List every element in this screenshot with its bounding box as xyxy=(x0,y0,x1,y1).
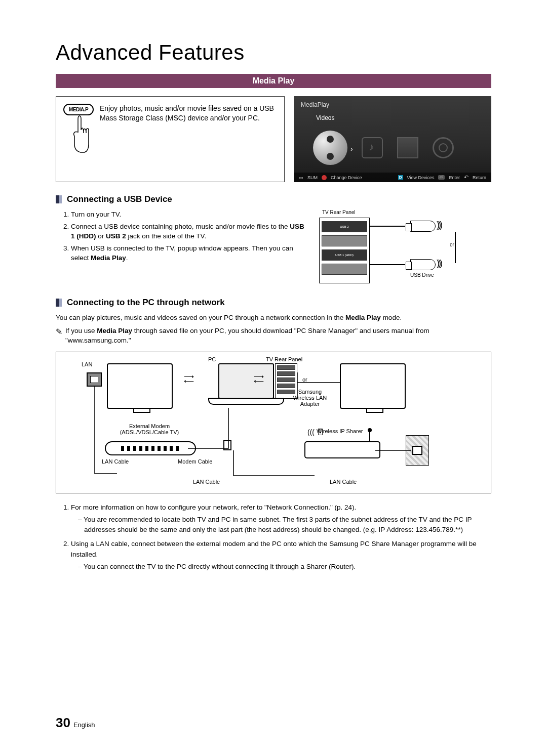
intro-panel: MEDIA.P Enjoy photos, music and/or movie… xyxy=(56,96,285,182)
usb-step-2: Connect a USB device containing photo, m… xyxy=(71,222,309,241)
intro-text: Enjoy photos, music and/or movie files s… xyxy=(100,104,277,175)
tv-rear-panel-label: TV Rear Panel xyxy=(322,209,356,215)
wlan-adapter-label: Samsung Wireless LAN Adapter xyxy=(292,389,328,407)
usb-step-1: Turn on your TV. xyxy=(71,209,309,220)
laptop-icon xyxy=(208,363,284,409)
tv-rear-label: TV Rear Panel xyxy=(266,356,302,362)
or-label: or xyxy=(302,376,307,383)
chevron-right-icon: › xyxy=(350,145,353,153)
mediap-button-label: MEDIA.P xyxy=(63,104,94,115)
usb-drive-label: USB Drive xyxy=(410,272,434,278)
subheading-usb: Connecting a USB Device xyxy=(56,194,491,204)
subheading-square-icon xyxy=(56,195,62,203)
lan-label: LAN xyxy=(82,361,92,367)
subheading-square-icon xyxy=(56,299,62,307)
two-way-arrow-icon: ⟶⟵ xyxy=(184,374,194,385)
subheading-pc-network: Connecting to the PC through network xyxy=(56,298,491,308)
music-icon xyxy=(362,137,383,158)
usb-connection-diagram: TV Rear Panel USB 2 USB 1 (HDD) ))) ))) … xyxy=(319,209,491,290)
tv-shape-2 xyxy=(340,363,406,409)
port-usb1-hdd: USB 1 (HDD) xyxy=(322,249,367,261)
pc-network-intro: You can play pictures, music and videos … xyxy=(56,313,491,323)
blue-d-button-icon: D xyxy=(398,175,403,180)
page-language: English xyxy=(73,721,95,729)
remote-button-illustration: MEDIA.P xyxy=(63,104,94,164)
network-note-1: For more information on how to configure… xyxy=(71,502,491,535)
note-pc-share-manager: ✎ If you use Media Play through saved fi… xyxy=(56,326,491,346)
signal-waves-icon: ))) xyxy=(437,220,441,230)
subheading-usb-text: Connecting a USB Device xyxy=(67,194,172,204)
footer-change-device: Change Device xyxy=(331,175,362,180)
port-usb2: USB 2 xyxy=(322,221,367,232)
usb-drive-icon-2 xyxy=(410,259,436,270)
tv-front-shape xyxy=(107,363,173,409)
photos-icon xyxy=(397,137,418,158)
lan-port-icon xyxy=(87,372,102,387)
wall-jack-icon xyxy=(406,435,429,466)
page-title: Advanced Features xyxy=(56,40,491,65)
footer-sum: SUM xyxy=(307,175,318,180)
footer-enter: Enter xyxy=(449,175,460,180)
lan-cable-label-2: LAN Cable xyxy=(193,479,220,485)
tv-rear-panel-box: USB 2 USB 1 (HDD) xyxy=(319,218,370,283)
network-notes-list: For more information on how to configure… xyxy=(56,502,491,572)
tv-screenshot: MediaPlay Videos › ▭ SUM Change Device D… xyxy=(294,96,491,182)
videos-icon xyxy=(313,131,347,165)
usb-steps-list: Turn on your TV. Connect a USB device co… xyxy=(56,209,309,263)
modem-cable-label: Modem Cable xyxy=(178,458,212,465)
section-bar-media-play: Media Play xyxy=(56,74,491,88)
hand-icon xyxy=(70,115,91,155)
lan-cable-label-1: LAN Cable xyxy=(102,458,129,465)
port-optical xyxy=(322,235,367,246)
modem-icon xyxy=(105,441,196,455)
red-button-icon xyxy=(322,175,327,180)
enter-key-icon: ⏎ xyxy=(438,175,445,180)
note-icon: ✎ xyxy=(56,326,62,346)
page-number: 30 xyxy=(56,715,70,731)
port-hdmi xyxy=(322,264,367,275)
two-way-arrow-icon: ⟶⟵ xyxy=(254,374,264,385)
settings-icon xyxy=(433,137,454,158)
tv-selected-category: Videos xyxy=(316,114,334,121)
signal-waves-icon: ))) xyxy=(437,258,441,269)
return-key-icon: ↶ xyxy=(464,174,468,181)
wireless-waves-icon: ((( 🗄 xyxy=(307,428,324,436)
tv-footer-bar: ▭ SUM Change Device D View Devices ⏎ Ent… xyxy=(294,173,491,182)
page-footer: 30 English xyxy=(56,715,95,731)
router-icon xyxy=(304,441,380,458)
subheading-pc-network-text: Connecting to the PC through network xyxy=(67,298,225,308)
usb-drive-icon-1 xyxy=(410,221,436,232)
footer-view-devices: View Devices xyxy=(407,175,435,180)
lan-cable-label-3: LAN Cable xyxy=(330,479,357,485)
ethernet-plug-icon xyxy=(223,440,231,450)
or-label: or xyxy=(450,242,454,247)
network-note-2: Using a LAN cable, connect between the e… xyxy=(71,539,491,572)
external-modem-label: External Modem(ADSL/VDSL/Cable TV) xyxy=(114,423,185,435)
pc-label: PC xyxy=(208,356,216,362)
footer-return: Return xyxy=(473,175,486,180)
network-diagram: LAN PC TV Rear Panel ⟶⟵ ⟶⟵ or Samsung Wi… xyxy=(56,352,491,493)
usb-step-3: When USB is connected to the TV, popup w… xyxy=(71,243,309,263)
tv-app-title: MediaPlay xyxy=(301,101,329,108)
